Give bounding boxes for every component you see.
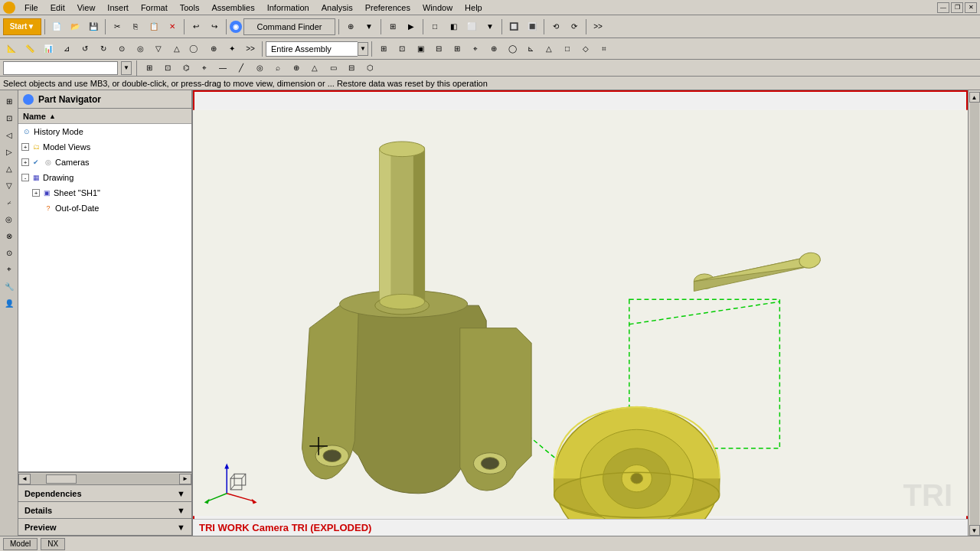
render-btn-1[interactable]: 🔲	[505, 18, 522, 35]
filter-btn-12[interactable]: ⊟	[344, 61, 359, 75]
menu-format[interactable]: Format	[135, 2, 174, 14]
menu-file[interactable]: File	[18, 2, 44, 14]
scroll-right[interactable]: ►	[179, 474, 191, 484]
tb2-btn-7[interactable]: ⊙	[113, 41, 130, 57]
menu-assemblies[interactable]: Assemblies	[205, 2, 260, 14]
tree-item-history[interactable]: ⊙ History Mode	[18, 124, 191, 139]
view-btn-2[interactable]: ▶	[403, 18, 420, 35]
more-btn[interactable]: >>	[590, 18, 606, 35]
view-btn-1[interactable]: ⊞	[384, 18, 401, 35]
tb2-btn-11[interactable]: ⃝	[187, 41, 204, 57]
delete-button[interactable]: ✕	[164, 18, 181, 35]
tree-item-outofdate[interactable]: ? Out-of-Date	[18, 201, 191, 216]
strip-icon-2[interactable]: ⊡	[2, 110, 17, 126]
filter-input[interactable]	[3, 61, 118, 75]
menu-window[interactable]: Window	[416, 2, 459, 14]
scroll-left[interactable]: ◄	[18, 474, 31, 484]
tb2-more-6[interactable]: ⌖	[467, 41, 484, 57]
snap-dropdown[interactable]: ▼	[361, 18, 377, 35]
strip-icon-12[interactable]: 🔧	[2, 279, 17, 294]
save-button[interactable]: 💾	[85, 18, 102, 35]
tb2-btn-13[interactable]: ✦	[224, 41, 240, 57]
open-button[interactable]: 📂	[67, 18, 83, 35]
start-button[interactable]: Start▼	[3, 18, 41, 35]
strip-icon-5[interactable]: △	[2, 161, 17, 176]
tb2-btn-14[interactable]: >>	[242, 41, 259, 57]
filter-btn-10[interactable]: △	[307, 61, 322, 75]
details-header[interactable]: Details ▼	[18, 502, 191, 519]
filter-btn-5[interactable]: —	[215, 61, 230, 75]
filter-dropdown-arrow[interactable]: ▼	[121, 61, 132, 75]
tb2-more-3[interactable]: ▣	[412, 41, 429, 57]
tb2-btn-10[interactable]: △	[168, 41, 185, 57]
view-btn-3[interactable]: □	[426, 18, 443, 35]
tb2-btn-2[interactable]: 📏	[21, 41, 38, 57]
tree-item-sheet[interactable]: + ▣ Sheet "SH1"	[18, 185, 191, 201]
filter-btn-7[interactable]: ◎	[252, 61, 267, 75]
restore-button[interactable]: ❐	[951, 2, 963, 13]
scroll-down-button[interactable]: ▼	[969, 525, 980, 536]
tb2-btn-12[interactable]: ⊕	[205, 41, 222, 57]
orient-btn-2[interactable]: ⟳	[566, 18, 583, 35]
menu-analysis[interactable]: Analysis	[315, 2, 359, 14]
menu-edit[interactable]: Edit	[44, 2, 71, 14]
dependencies-header[interactable]: Dependencies ▼	[18, 485, 191, 502]
strip-icon-9[interactable]: ⊗	[2, 228, 17, 243]
right-scroll-bar[interactable]: ▲ ▼	[968, 90, 980, 536]
menu-information[interactable]: Information	[261, 2, 315, 14]
v-scroll-track[interactable]	[970, 103, 979, 525]
scroll-track[interactable]	[31, 474, 179, 484]
tb2-more-5[interactable]: ⊞	[449, 41, 466, 57]
cut-button[interactable]: ✂	[109, 18, 126, 35]
tb2-more-9[interactable]: ⊾	[522, 41, 539, 57]
tree-item-drawing[interactable]: - ▦ Drawing	[18, 170, 191, 185]
tb2-more-11[interactable]: □	[559, 41, 576, 57]
cameras-expand[interactable]: +	[21, 158, 29, 166]
preview-header[interactable]: Preview ▼	[18, 519, 191, 536]
strip-icon-10[interactable]: ⊙	[2, 245, 17, 260]
entire-assembly-dropdown[interactable]: Entire Assembly ▼	[266, 41, 368, 57]
tree-item-cameras[interactable]: + ✔ ◎ Cameras	[18, 155, 191, 170]
new-button[interactable]: 📄	[48, 18, 65, 35]
command-finder-button[interactable]: Command Finder	[243, 18, 335, 35]
filter-btn-1[interactable]: ⊞	[142, 61, 157, 75]
strip-icon-6[interactable]: ▽	[2, 178, 17, 193]
tb2-btn-9[interactable]: ▽	[150, 41, 167, 57]
tb2-btn-6[interactable]: ↻	[95, 41, 112, 57]
tb2-btn-1[interactable]: 📐	[3, 41, 20, 57]
model-views-expand[interactable]: +	[21, 143, 29, 151]
strip-icon-4[interactable]: ▷	[2, 144, 17, 159]
tb2-more-13[interactable]: ⌗	[596, 41, 612, 57]
tb2-btn-3[interactable]: 📊	[40, 41, 57, 57]
close-button[interactable]: ✕	[965, 2, 977, 13]
filter-btn-4[interactable]: ⌖	[197, 61, 212, 75]
tb2-more-12[interactable]: ◇	[577, 41, 594, 57]
tree-item-model-views[interactable]: + 🗂 Model Views	[18, 139, 191, 155]
orient-btn-1[interactable]: ⟲	[547, 18, 564, 35]
taskbar-item-1[interactable]: Model	[3, 538, 38, 550]
menu-view[interactable]: View	[71, 2, 102, 14]
strip-icon-11[interactable]: ⌖	[2, 262, 17, 277]
filter-btn-3[interactable]: ⌬	[178, 61, 194, 75]
tb2-more-8[interactable]: ◯	[504, 41, 521, 57]
sheet-expand[interactable]: +	[32, 189, 40, 197]
view-btn-dropdown[interactable]: ▼	[482, 18, 498, 35]
viewport[interactable]: TRI TRI WORK Camera TRI (EXPLODED)	[193, 90, 968, 536]
tb2-more-1[interactable]: ⊞	[375, 41, 392, 57]
filter-btn-9[interactable]: ⊕	[289, 61, 304, 75]
tb2-more-10[interactable]: △	[541, 41, 557, 57]
menu-tools[interactable]: Tools	[174, 2, 206, 14]
filter-btn-13[interactable]: ⬡	[362, 61, 377, 75]
menu-help[interactable]: Help	[459, 2, 488, 14]
strip-icon-3[interactable]: ◁	[2, 127, 17, 142]
snap-button[interactable]: ⊕	[342, 18, 359, 35]
strip-icon-8[interactable]: ◎	[2, 211, 17, 227]
render-btn-2[interactable]: 🔳	[524, 18, 541, 35]
taskbar-item-2[interactable]: NX	[41, 538, 65, 550]
filter-btn-11[interactable]: ▭	[325, 61, 341, 75]
drawing-expand[interactable]: -	[21, 174, 29, 181]
filter-btn-2[interactable]: ⊡	[160, 61, 175, 75]
redo-button[interactable]: ↪	[206, 18, 223, 35]
filter-btn-8[interactable]: ⌕	[270, 61, 286, 75]
copy-button[interactable]: ⎘	[127, 18, 144, 35]
